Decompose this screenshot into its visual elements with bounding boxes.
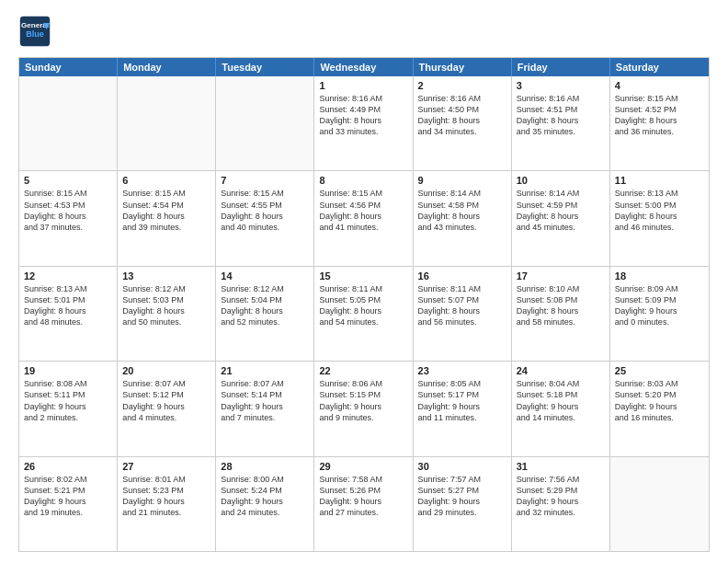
day-number: 20: [122, 365, 210, 376]
day-number: 29: [319, 461, 407, 472]
logo-icon: General Blue: [18, 15, 51, 48]
cell-text: Sunrise: 8:12 AM Sunset: 5:03 PM Dayligh…: [122, 283, 210, 328]
cell-text: Sunrise: 8:07 AM Sunset: 5:14 PM Dayligh…: [221, 378, 309, 423]
calendar-cell: [610, 457, 709, 551]
cell-text: Sunrise: 7:56 AM Sunset: 5:29 PM Dayligh…: [517, 474, 605, 519]
day-number: 5: [24, 175, 112, 186]
calendar-cell: 10Sunrise: 8:14 AM Sunset: 4:59 PM Dayli…: [512, 171, 610, 265]
calendar-cell: 29Sunrise: 7:58 AM Sunset: 5:26 PM Dayli…: [314, 457, 413, 551]
cell-text: Sunrise: 8:16 AM Sunset: 4:49 PM Dayligh…: [319, 93, 407, 138]
cell-text: Sunrise: 8:09 AM Sunset: 5:09 PM Dayligh…: [615, 283, 704, 328]
cell-text: Sunrise: 8:12 AM Sunset: 5:04 PM Dayligh…: [221, 283, 309, 328]
cell-text: Sunrise: 8:15 AM Sunset: 4:55 PM Dayligh…: [221, 188, 309, 233]
calendar-cell: 9Sunrise: 8:14 AM Sunset: 4:58 PM Daylig…: [414, 171, 512, 265]
calendar-cell: [118, 76, 216, 170]
calendar-cell: 15Sunrise: 8:11 AM Sunset: 5:05 PM Dayli…: [314, 267, 413, 361]
cell-text: Sunrise: 8:15 AM Sunset: 4:53 PM Dayligh…: [24, 188, 112, 233]
cell-text: Sunrise: 8:13 AM Sunset: 5:01 PM Dayligh…: [24, 283, 112, 328]
weekday-header: Friday: [512, 58, 610, 76]
day-number: 7: [221, 175, 309, 186]
calendar-body: 1Sunrise: 8:16 AM Sunset: 4:49 PM Daylig…: [19, 76, 709, 551]
day-number: 13: [122, 270, 210, 282]
svg-text:Blue: Blue: [26, 29, 44, 39]
calendar-row: 12Sunrise: 8:13 AM Sunset: 5:01 PM Dayli…: [19, 267, 709, 362]
day-number: 9: [418, 175, 506, 186]
day-number: 1: [319, 80, 407, 91]
day-number: 23: [418, 365, 506, 376]
calendar: SundayMondayTuesdayWednesdayThursdayFrid…: [18, 57, 710, 552]
cell-text: Sunrise: 8:02 AM Sunset: 5:21 PM Dayligh…: [24, 474, 112, 519]
day-number: 8: [319, 175, 407, 186]
cell-text: Sunrise: 8:14 AM Sunset: 4:59 PM Dayligh…: [517, 188, 605, 233]
weekday-header: Monday: [118, 58, 216, 76]
day-number: 15: [319, 270, 407, 282]
day-number: 6: [122, 175, 210, 186]
cell-text: Sunrise: 8:13 AM Sunset: 5:00 PM Dayligh…: [615, 188, 704, 233]
calendar-cell: 30Sunrise: 7:57 AM Sunset: 5:27 PM Dayli…: [414, 457, 512, 551]
cell-text: Sunrise: 8:00 AM Sunset: 5:24 PM Dayligh…: [221, 474, 309, 519]
calendar-cell: 31Sunrise: 7:56 AM Sunset: 5:29 PM Dayli…: [512, 457, 610, 551]
calendar-cell: 20Sunrise: 8:07 AM Sunset: 5:12 PM Dayli…: [118, 362, 216, 455]
calendar-cell: 5Sunrise: 8:15 AM Sunset: 4:53 PM Daylig…: [19, 171, 118, 265]
cell-text: Sunrise: 8:11 AM Sunset: 5:05 PM Dayligh…: [319, 283, 407, 328]
weekday-header: Sunday: [19, 58, 118, 76]
weekday-header: Thursday: [414, 58, 512, 76]
cell-text: Sunrise: 8:10 AM Sunset: 5:08 PM Dayligh…: [517, 283, 605, 328]
cell-text: Sunrise: 8:11 AM Sunset: 5:07 PM Dayligh…: [418, 283, 506, 328]
day-number: 14: [221, 270, 309, 282]
calendar-cell: 28Sunrise: 8:00 AM Sunset: 5:24 PM Dayli…: [216, 457, 314, 551]
calendar-cell: 12Sunrise: 8:13 AM Sunset: 5:01 PM Dayli…: [19, 267, 118, 361]
cell-text: Sunrise: 7:57 AM Sunset: 5:27 PM Dayligh…: [418, 474, 506, 519]
day-number: 30: [418, 461, 506, 472]
cell-text: Sunrise: 8:08 AM Sunset: 5:11 PM Dayligh…: [24, 378, 112, 423]
day-number: 21: [221, 365, 309, 376]
calendar-cell: 6Sunrise: 8:15 AM Sunset: 4:54 PM Daylig…: [118, 171, 216, 265]
calendar-cell: 17Sunrise: 8:10 AM Sunset: 5:08 PM Dayli…: [512, 267, 610, 361]
calendar-row: 1Sunrise: 8:16 AM Sunset: 4:49 PM Daylig…: [19, 76, 709, 171]
calendar-cell: 25Sunrise: 8:03 AM Sunset: 5:20 PM Dayli…: [610, 362, 709, 455]
calendar-cell: 2Sunrise: 8:16 AM Sunset: 4:50 PM Daylig…: [414, 76, 512, 170]
calendar-cell: 27Sunrise: 8:01 AM Sunset: 5:23 PM Dayli…: [118, 457, 216, 551]
day-number: 25: [615, 365, 704, 376]
cell-text: Sunrise: 8:16 AM Sunset: 4:50 PM Dayligh…: [418, 93, 506, 138]
day-number: 12: [24, 270, 112, 282]
calendar-cell: 3Sunrise: 8:16 AM Sunset: 4:51 PM Daylig…: [512, 76, 610, 170]
calendar-cell: 16Sunrise: 8:11 AM Sunset: 5:07 PM Dayli…: [414, 267, 512, 361]
cell-text: Sunrise: 8:15 AM Sunset: 4:52 PM Dayligh…: [615, 93, 704, 138]
calendar-row: 5Sunrise: 8:15 AM Sunset: 4:53 PM Daylig…: [19, 171, 709, 266]
calendar-cell: 21Sunrise: 8:07 AM Sunset: 5:14 PM Dayli…: [216, 362, 314, 455]
day-number: 19: [24, 365, 112, 376]
calendar-cell: 1Sunrise: 8:16 AM Sunset: 4:49 PM Daylig…: [314, 76, 413, 170]
day-number: 24: [517, 365, 605, 376]
weekday-header: Saturday: [610, 58, 709, 76]
calendar-cell: [19, 76, 118, 170]
day-number: 22: [319, 365, 407, 376]
calendar-cell: 4Sunrise: 8:15 AM Sunset: 4:52 PM Daylig…: [610, 76, 709, 170]
cell-text: Sunrise: 8:07 AM Sunset: 5:12 PM Dayligh…: [122, 378, 210, 423]
cell-text: Sunrise: 8:05 AM Sunset: 5:17 PM Dayligh…: [418, 378, 506, 423]
day-number: 26: [24, 461, 112, 472]
calendar-cell: [216, 76, 314, 170]
day-number: 16: [418, 270, 506, 282]
cell-text: Sunrise: 8:06 AM Sunset: 5:15 PM Dayligh…: [319, 378, 407, 423]
day-number: 17: [517, 270, 605, 282]
day-number: 31: [517, 461, 605, 472]
calendar-header: SundayMondayTuesdayWednesdayThursdayFrid…: [19, 58, 709, 76]
logo: General Blue: [18, 15, 51, 48]
cell-text: Sunrise: 8:15 AM Sunset: 4:56 PM Dayligh…: [319, 188, 407, 233]
cell-text: Sunrise: 8:03 AM Sunset: 5:20 PM Dayligh…: [615, 378, 704, 423]
day-number: 27: [122, 461, 210, 472]
calendar-cell: 7Sunrise: 8:15 AM Sunset: 4:55 PM Daylig…: [216, 171, 314, 265]
day-number: 11: [615, 175, 704, 186]
calendar-cell: 24Sunrise: 8:04 AM Sunset: 5:18 PM Dayli…: [512, 362, 610, 455]
calendar-cell: 18Sunrise: 8:09 AM Sunset: 5:09 PM Dayli…: [610, 267, 709, 361]
day-number: 3: [517, 80, 605, 91]
cell-text: Sunrise: 7:58 AM Sunset: 5:26 PM Dayligh…: [319, 474, 407, 519]
calendar-cell: 26Sunrise: 8:02 AM Sunset: 5:21 PM Dayli…: [19, 457, 118, 551]
calendar-cell: 23Sunrise: 8:05 AM Sunset: 5:17 PM Dayli…: [414, 362, 512, 455]
calendar-cell: 8Sunrise: 8:15 AM Sunset: 4:56 PM Daylig…: [314, 171, 413, 265]
calendar-row: 26Sunrise: 8:02 AM Sunset: 5:21 PM Dayli…: [19, 457, 709, 551]
day-number: 2: [418, 80, 506, 91]
cell-text: Sunrise: 8:01 AM Sunset: 5:23 PM Dayligh…: [122, 474, 210, 519]
header: General Blue: [18, 15, 710, 48]
